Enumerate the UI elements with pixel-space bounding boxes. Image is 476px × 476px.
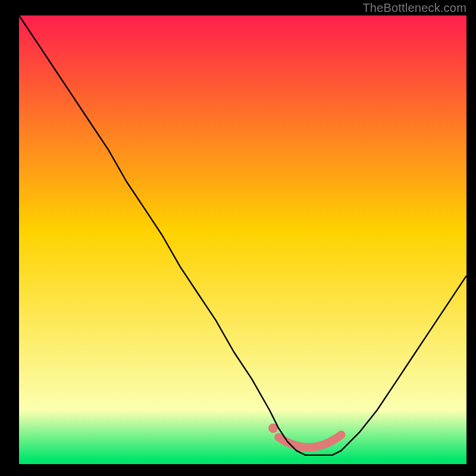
chart-canvas (0, 0, 476, 476)
bottleneck-chart: TheBottleneck.com (0, 0, 476, 476)
watermark-text: TheBottleneck.com (362, 1, 466, 15)
svg-rect-1 (19, 15, 466, 464)
